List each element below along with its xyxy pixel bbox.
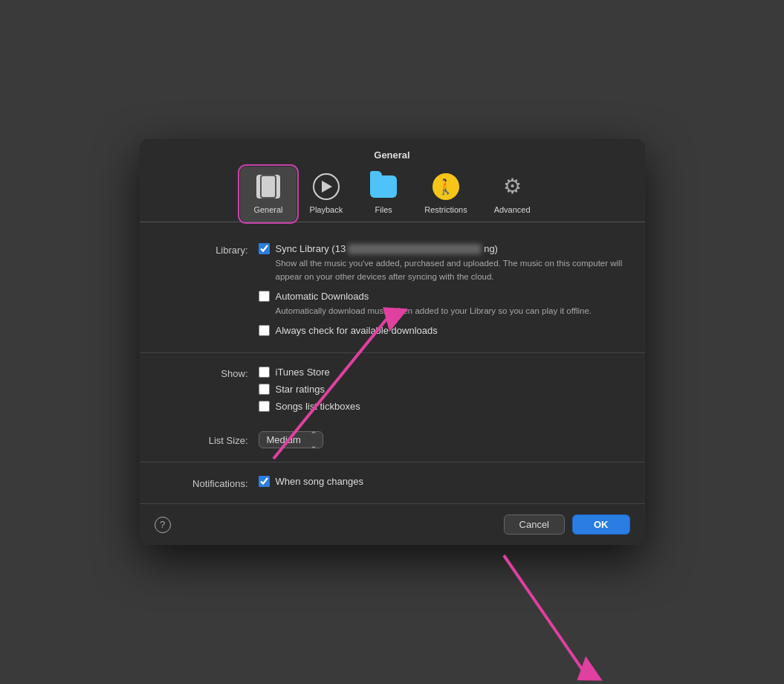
- button-group: Cancel OK: [504, 514, 630, 535]
- automatic-downloads-row: Automatic Downloads: [259, 291, 623, 302]
- tab-restrictions-label: Restrictions: [424, 205, 467, 214]
- sync-library-description: Show all the music you've added, purchas…: [276, 257, 623, 283]
- footer: ? Cancel OK: [140, 503, 645, 545]
- when-song-changes-checkbox[interactable]: [259, 476, 270, 487]
- always-check-row: Always check for available downloads: [259, 325, 623, 336]
- itunes-store-row: iTunes Store: [259, 367, 623, 378]
- automatic-downloads-checkbox[interactable]: [259, 291, 270, 302]
- list-size-select[interactable]: Small Medium Large: [259, 431, 323, 448]
- notifications-label: Notifications:: [162, 477, 259, 489]
- list-size-label: List Size:: [162, 433, 259, 446]
- star-ratings-checkbox[interactable]: [259, 384, 270, 395]
- blurred-account: [348, 244, 482, 254]
- notifications-content: When song changes: [259, 476, 623, 490]
- always-check-label: Always check for available downloads: [276, 325, 438, 336]
- show-label: Show:: [162, 367, 259, 379]
- automatic-downloads-description: Automatically download music when added …: [276, 305, 623, 317]
- list-size-content: Small Medium Large ⌃⌄: [259, 431, 623, 448]
- tab-advanced-label: Advanced: [494, 205, 531, 214]
- tab-playback-label: Playback: [310, 205, 343, 214]
- notifications-row: Notifications: When song changes: [140, 470, 645, 496]
- gear-icon: ⚙: [498, 172, 526, 201]
- tab-files-label: Files: [375, 205, 392, 214]
- songs-list-checkbox[interactable]: [259, 401, 270, 412]
- tab-playback[interactable]: Playback: [297, 167, 357, 222]
- songs-list-row: Songs list tickboxes: [259, 401, 623, 412]
- star-ratings-label: Star ratings: [276, 384, 325, 395]
- tab-restrictions[interactable]: 🚶 Restrictions: [411, 167, 480, 222]
- content-area: Library: Sync Library (13ng) Show all th…: [140, 222, 645, 496]
- cancel-button[interactable]: Cancel: [504, 514, 565, 535]
- star-ratings-row: Star ratings: [259, 384, 623, 395]
- library-row: Library: Sync Library (13ng) Show all th…: [140, 237, 645, 345]
- library-content: Sync Library (13ng) Show all the music y…: [259, 243, 623, 339]
- tab-general[interactable]: General: [240, 167, 296, 222]
- folder-icon: [369, 172, 398, 201]
- divider-2: [140, 462, 645, 462]
- tab-advanced[interactable]: ⚙ Advanced: [481, 167, 544, 222]
- toolbar: General Playback Files 🚶 R: [140, 161, 645, 222]
- restrictions-icon: 🚶: [432, 172, 460, 201]
- phone-icon: [254, 172, 282, 201]
- show-content: iTunes Store Star ratings Songs list tic…: [259, 367, 623, 415]
- always-check-checkbox[interactable]: [259, 325, 270, 336]
- arrow-to-ok: [504, 555, 586, 674]
- ok-button[interactable]: OK: [572, 514, 630, 535]
- songs-list-label: Songs list tickboxes: [276, 401, 360, 412]
- dialog-title: General: [140, 139, 645, 161]
- list-size-row: List Size: Small Medium Large ⌃⌄: [140, 425, 645, 454]
- sync-library-row: Sync Library (13ng): [259, 243, 623, 255]
- tab-files[interactable]: Files: [356, 167, 411, 222]
- sync-library-label: Sync Library (13ng): [276, 243, 498, 255]
- list-size-select-wrap: Small Medium Large ⌃⌄: [259, 431, 323, 448]
- title-text: General: [374, 149, 409, 161]
- show-row: Show: iTunes Store Star ratings Songs li…: [140, 361, 645, 421]
- when-song-changes-row: When song changes: [259, 476, 623, 487]
- library-label: Library:: [162, 243, 259, 256]
- tab-general-label: General: [253, 205, 282, 214]
- help-button[interactable]: ?: [155, 517, 171, 533]
- when-song-changes-label: When song changes: [276, 476, 364, 487]
- sync-library-checkbox[interactable]: [259, 243, 270, 254]
- divider-1: [140, 352, 645, 353]
- automatic-downloads-label: Automatic Downloads: [276, 291, 369, 302]
- itunes-store-label: iTunes Store: [276, 367, 330, 378]
- play-icon: [312, 172, 340, 201]
- itunes-store-checkbox[interactable]: [259, 367, 270, 378]
